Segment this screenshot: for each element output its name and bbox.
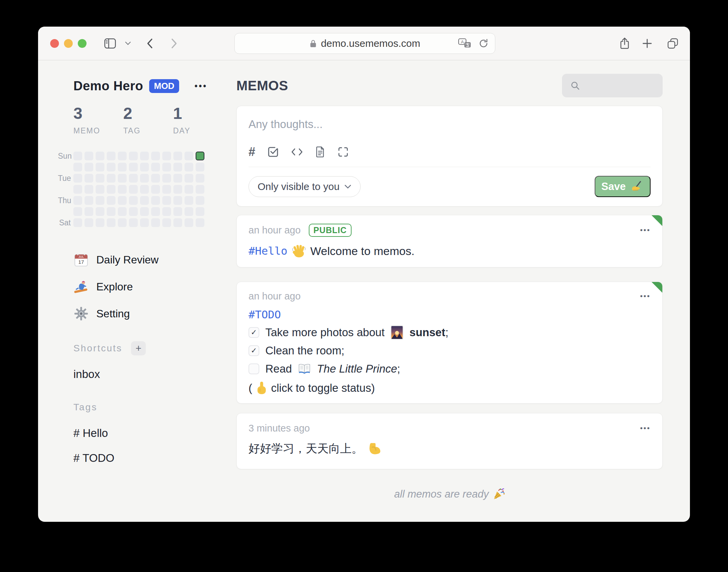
heatmap-cell[interactable] [73,207,82,216]
heatmap-cell[interactable] [185,163,193,171]
sidebar-toggle-button[interactable] [102,35,118,52]
heatmap-cell[interactable] [140,218,149,227]
heatmap-cell[interactable] [196,152,204,160]
heatmap-cell[interactable] [107,174,115,183]
new-tab-button[interactable] [639,35,655,52]
tag-item-todo[interactable]: # TODO [73,452,223,465]
heatmap-cell[interactable] [140,185,149,194]
heatmap-cell[interactable] [118,152,127,160]
heatmap-cell[interactable] [85,163,93,171]
heatmap-cell[interactable] [173,174,182,183]
memo-menu-dots-icon[interactable]: ••• [640,292,651,300]
heatmap-cell[interactable] [118,218,127,227]
heatmap-cell[interactable] [162,185,171,194]
heatmap-cell[interactable] [140,196,149,205]
heatmap-cell[interactable] [173,152,182,160]
heatmap-cell[interactable] [118,207,127,216]
search-input[interactable] [562,74,663,97]
heatmap-cell[interactable] [73,174,82,183]
heatmap-cell[interactable] [173,185,182,194]
heatmap-cell[interactable] [185,152,193,160]
sidebar-item-explore[interactable]: Explore [73,279,223,295]
heatmap-cell[interactable] [107,196,115,205]
heatmap-cell[interactable] [118,174,127,183]
heatmap-cell[interactable] [96,218,104,227]
heatmap-cell[interactable] [151,207,160,216]
heatmap-cell[interactable] [173,218,182,227]
heatmap-cell[interactable] [129,185,138,194]
heatmap-cell[interactable] [151,152,160,160]
shortcut-item-inbox[interactable]: inbox [73,368,223,381]
user-row[interactable]: Demo Hero MOD ••• [73,78,223,94]
heatmap-cell[interactable] [162,163,171,171]
memo-tag-todo[interactable]: #TODO [249,308,281,321]
heatmap-cell[interactable] [140,174,149,183]
heatmap-cell[interactable] [196,185,204,194]
heatmap-cell[interactable] [151,174,160,183]
address-bar[interactable]: demo.usememos.com A [234,33,495,54]
checkbox-checked[interactable]: ✓ [249,345,259,356]
user-menu-dots-icon[interactable]: ••• [195,81,207,91]
heatmap-cell[interactable] [162,196,171,205]
heatmap-cell[interactable] [129,163,138,171]
heatmap-cell[interactable] [85,207,93,216]
heatmap-cell[interactable] [73,152,82,160]
close-window-button[interactable] [50,39,59,48]
heatmap-cell[interactable] [107,218,115,227]
heatmap-cell[interactable] [85,152,93,160]
heatmap-cell[interactable] [107,185,115,194]
heatmap-cell[interactable] [151,218,160,227]
memo-menu-dots-icon[interactable]: ••• [640,226,651,234]
heatmap-cell[interactable] [151,196,160,205]
visibility-select[interactable]: Only visible to you [249,176,361,197]
heatmap-cell[interactable] [173,196,182,205]
translate-icon[interactable]: A [458,38,472,49]
sidebar-menu-chevron[interactable] [122,35,134,52]
heatmap-cell[interactable] [140,163,149,171]
heatmap-cell[interactable] [96,152,104,160]
heatmap-cell[interactable] [129,207,138,216]
minimize-window-button[interactable] [64,39,73,48]
heatmap-cell[interactable] [185,185,193,194]
sidebar-item-daily-review[interactable]: JUL 17 Daily Review [73,252,223,268]
heatmap-cell[interactable] [118,185,127,194]
heatmap-cell[interactable] [85,185,93,194]
heatmap-cell[interactable] [85,196,93,205]
heatmap-cell[interactable] [129,174,138,183]
heatmap-cell[interactable] [151,163,160,171]
memo-editor[interactable]: Any thoughts... # [236,106,663,206]
tab-overview-button[interactable] [665,35,681,52]
save-button[interactable]: Save [595,176,651,197]
heatmap-cell[interactable] [107,207,115,216]
heatmap-cell[interactable] [196,207,204,216]
heatmap-cell[interactable] [140,152,149,160]
reload-icon[interactable] [478,38,489,49]
heatmap-cell[interactable] [73,218,82,227]
fullscreen-icon[interactable] [337,146,349,158]
editor-placeholder[interactable]: Any thoughts... [249,118,651,131]
back-button[interactable] [142,35,158,52]
zoom-window-button[interactable] [78,39,87,48]
heatmap-cell[interactable] [73,185,82,194]
heatmap-cell[interactable] [73,163,82,171]
heatmap-cell[interactable] [185,196,193,205]
heatmap-cell[interactable] [107,152,115,160]
checkbox-icon[interactable] [267,146,279,158]
heatmap-cell[interactable] [140,207,149,216]
heatmap-cell[interactable] [196,174,204,183]
memo-tag-hello[interactable]: #Hello [249,245,288,257]
checkbox-unchecked[interactable] [249,363,259,374]
heatmap-cell[interactable] [85,218,93,227]
checkbox-checked[interactable]: ✓ [249,327,259,338]
document-icon[interactable] [315,146,325,158]
heatmap-cell[interactable] [96,207,104,216]
share-button[interactable] [617,35,633,52]
memo-menu-dots-icon[interactable]: ••• [640,424,651,432]
heatmap-cell[interactable] [96,174,104,183]
heatmap-cell[interactable] [129,196,138,205]
heatmap-cell[interactable] [151,185,160,194]
heatmap-cell[interactable] [96,196,104,205]
code-icon[interactable] [291,147,303,157]
heatmap-cell[interactable] [173,163,182,171]
heatmap-cell[interactable] [107,163,115,171]
